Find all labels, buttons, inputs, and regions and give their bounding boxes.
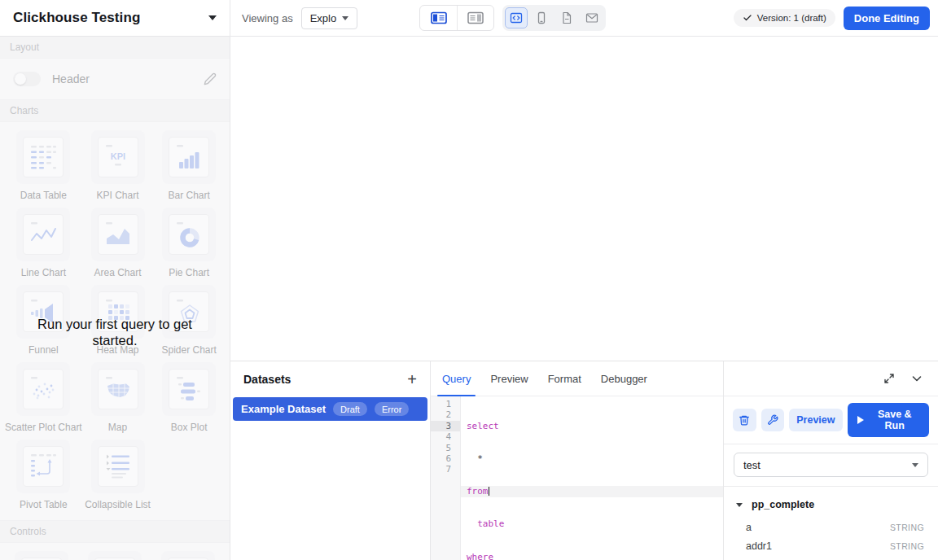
left-panel-icon bbox=[431, 11, 447, 24]
version-badge[interactable]: Version: 1 (draft) bbox=[734, 9, 835, 27]
section-header-controls: Controls bbox=[0, 520, 230, 543]
right-panel-toggle[interactable] bbox=[457, 6, 493, 30]
pdf-document-icon bbox=[560, 11, 573, 24]
query-buttons-row: Preview Save & Run bbox=[724, 396, 938, 444]
line-number: 7 bbox=[431, 464, 460, 475]
delete-query-button[interactable] bbox=[733, 409, 756, 431]
dashboard-title-menu[interactable]: Clickhouse Testing bbox=[0, 0, 230, 36]
trash-icon bbox=[739, 414, 750, 426]
field-type: STRING bbox=[890, 541, 924, 551]
chevron-down-icon bbox=[342, 16, 348, 20]
header-toggle[interactable] bbox=[13, 72, 41, 86]
collapse-panel-icon[interactable] bbox=[910, 372, 923, 385]
export-mode-group bbox=[502, 5, 606, 31]
chart-type-scatter[interactable]: Scatter Plot Chart bbox=[5, 362, 82, 433]
chevron-down-icon bbox=[208, 15, 217, 20]
sql-code-area[interactable]: select * from table where 1 = 1 [[and cu… bbox=[461, 396, 723, 560]
schema-table-row[interactable]: pp_complete bbox=[724, 492, 938, 518]
area-chart-icon bbox=[98, 214, 138, 255]
code-line: table bbox=[461, 518, 723, 529]
chart-type-label: Collapsible List bbox=[85, 499, 151, 510]
pdf-view-button[interactable] bbox=[555, 7, 578, 28]
dataset-list-item-selected[interactable]: Example Dataset Draft Error bbox=[233, 397, 427, 421]
line-number: 1 bbox=[431, 399, 460, 409]
chart-type-line[interactable]: Line Chart bbox=[5, 208, 82, 278]
toggle-knob bbox=[15, 73, 26, 85]
error-status-badge: Error bbox=[375, 402, 409, 416]
control-type-item[interactable] bbox=[5, 551, 78, 560]
chart-type-label: Bar Chart bbox=[169, 190, 210, 201]
mobile-view-button[interactable] bbox=[530, 7, 553, 28]
main-area: Datasets + Example Dataset Draft Error Q… bbox=[230, 37, 938, 560]
chart-type-label: Scatter Plot Chart bbox=[5, 422, 82, 433]
left-panel-toggle[interactable] bbox=[420, 6, 457, 30]
svg-text:KPI: KPI bbox=[110, 151, 125, 161]
draft-status-badge: Draft bbox=[333, 402, 367, 416]
chart-type-label: Pie Chart bbox=[169, 267, 209, 278]
done-editing-button[interactable]: Done Editing bbox=[844, 7, 930, 30]
save-and-run-button[interactable]: Save & Run bbox=[848, 403, 929, 437]
text-cursor bbox=[489, 487, 490, 496]
header-toggle-row: Header bbox=[0, 59, 230, 99]
data-table-icon bbox=[23, 137, 64, 177]
play-icon bbox=[857, 416, 864, 424]
bar-chart-icon bbox=[169, 137, 209, 177]
preview-button[interactable]: Preview bbox=[789, 409, 842, 431]
code-line: where bbox=[461, 552, 723, 560]
chart-type-box-plot[interactable]: Box Plot bbox=[153, 362, 225, 433]
viewer-select[interactable]: Explo bbox=[301, 7, 358, 29]
chart-type-label: Line Chart bbox=[21, 267, 66, 278]
tab-preview[interactable]: Preview bbox=[490, 361, 528, 396]
query-tools-button[interactable] bbox=[761, 409, 785, 431]
collapsible-list-icon bbox=[98, 446, 138, 487]
chart-type-pie[interactable]: Pie Chart bbox=[153, 208, 225, 278]
expand-panel-icon[interactable] bbox=[883, 372, 896, 385]
dashboard-canvas[interactable] bbox=[230, 37, 938, 361]
embed-view-button[interactable] bbox=[505, 7, 528, 28]
top-bar: Clickhouse Testing Viewing as Explo bbox=[0, 0, 938, 37]
chart-type-area[interactable]: Area Chart bbox=[82, 208, 154, 278]
line-number: 6 bbox=[431, 453, 460, 464]
chart-type-label: Area Chart bbox=[94, 267, 142, 278]
email-view-button[interactable] bbox=[581, 7, 603, 28]
code-line: select bbox=[461, 421, 723, 431]
chart-type-bar[interactable]: Bar Chart bbox=[153, 130, 225, 201]
dataset-editor-panel: Datasets + Example Dataset Draft Error Q… bbox=[230, 361, 938, 560]
schema-field-row: addr2 STRING bbox=[724, 555, 938, 560]
edit-pencil-icon[interactable] bbox=[204, 72, 217, 85]
viewer-select-value: Explo bbox=[310, 12, 337, 24]
line-number-active: 3 bbox=[431, 421, 460, 431]
control-type-item[interactable] bbox=[78, 551, 151, 560]
embed-code-icon bbox=[510, 11, 523, 24]
schema-field-row: a STRING bbox=[724, 518, 938, 536]
table-select-row: test bbox=[724, 444, 938, 487]
field-name: addr1 bbox=[746, 540, 772, 552]
chart-type-label: Data Table bbox=[20, 190, 67, 201]
datasets-header: Datasets + bbox=[230, 361, 430, 396]
chart-type-data-table[interactable]: Data Table bbox=[5, 130, 82, 201]
caret-down-icon bbox=[736, 503, 743, 507]
chart-type-collapsible-list[interactable]: Collapsible List bbox=[82, 440, 154, 510]
field-name: a bbox=[746, 522, 752, 533]
chart-type-label: Box Plot bbox=[171, 422, 208, 433]
line-chart-icon bbox=[23, 214, 64, 255]
pie-chart-icon bbox=[169, 214, 209, 255]
chart-type-label: Pivot Table bbox=[20, 499, 67, 510]
chart-type-pivot-table[interactable]: Pivot Table bbox=[5, 440, 82, 510]
tab-query[interactable]: Query bbox=[442, 361, 471, 396]
schema-browser: pp_complete a STRING addr1 STRING addr2 … bbox=[724, 487, 938, 560]
table-select[interactable]: test bbox=[734, 453, 928, 477]
tab-debugger[interactable]: Debugger bbox=[601, 361, 647, 396]
section-header-layout: Layout bbox=[0, 37, 230, 59]
app-body: Layout Header Charts bbox=[0, 37, 938, 560]
add-dataset-button[interactable]: + bbox=[407, 373, 417, 386]
section-header-charts: Charts bbox=[0, 99, 230, 122]
phone-icon bbox=[535, 11, 548, 24]
chart-type-map[interactable]: Map bbox=[82, 362, 154, 433]
tab-format[interactable]: Format bbox=[548, 361, 581, 396]
chart-type-kpi[interactable]: KPI KPI Chart bbox=[82, 130, 154, 201]
control-type-item[interactable] bbox=[151, 551, 225, 560]
panel-window-controls bbox=[724, 361, 938, 396]
datasets-column: Datasets + Example Dataset Draft Error bbox=[230, 361, 430, 560]
sql-editor[interactable]: 1 2 3 4 5 6 7 select * from table where bbox=[431, 396, 723, 560]
